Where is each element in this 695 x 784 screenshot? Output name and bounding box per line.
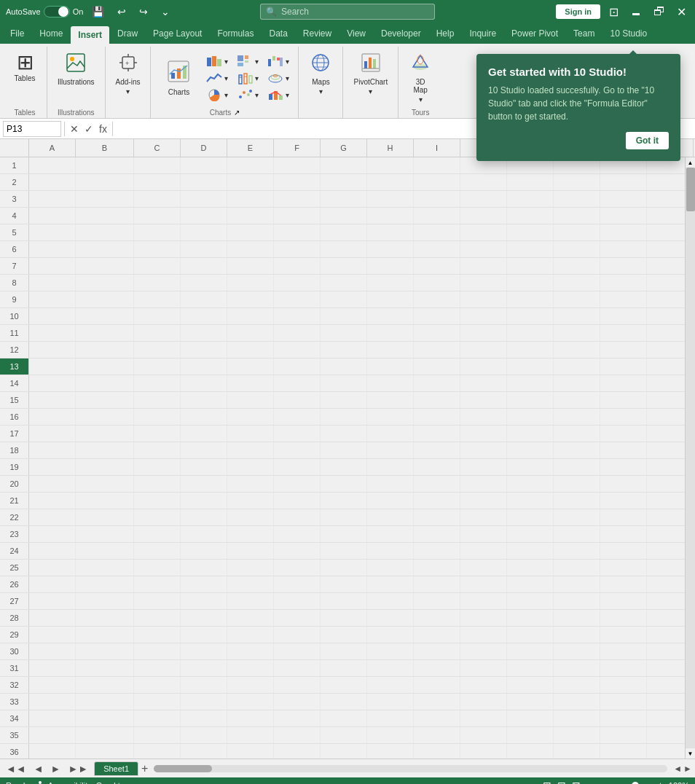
cell-M34[interactable]: [600, 710, 647, 726]
col-header-I[interactable]: I: [414, 139, 460, 157]
cell-D30[interactable]: [181, 643, 227, 659]
row-number-12[interactable]: 12: [0, 342, 29, 358]
cell-L24[interactable]: [554, 543, 600, 559]
row-number-30[interactable]: 30: [0, 643, 29, 659]
cell-A35[interactable]: [29, 727, 76, 743]
cell-A7[interactable]: [29, 258, 76, 274]
cell-E8[interactable]: [227, 275, 274, 291]
row-number-24[interactable]: 24: [0, 543, 29, 559]
insert-function-button[interactable]: fx: [97, 123, 109, 135]
cell-E20[interactable]: [227, 476, 274, 492]
cell-N32[interactable]: [647, 677, 685, 693]
cell-C4[interactable]: [134, 208, 181, 224]
cell-M11[interactable]: [600, 325, 647, 341]
cell-E21[interactable]: [227, 493, 274, 509]
cell-H5[interactable]: [367, 224, 414, 240]
cell-F31[interactable]: [274, 660, 321, 676]
cell-L7[interactable]: [554, 258, 600, 274]
row-number-35[interactable]: 35: [0, 727, 29, 743]
cell-M15[interactable]: [600, 392, 647, 408]
cell-F33[interactable]: [274, 694, 321, 710]
cell-D5[interactable]: [181, 224, 227, 240]
cell-F1[interactable]: [274, 157, 321, 173]
cell-I31[interactable]: [414, 660, 460, 676]
cell-C11[interactable]: [134, 325, 181, 341]
cell-F4[interactable]: [274, 208, 321, 224]
cell-B32[interactable]: [76, 677, 134, 693]
cell-E31[interactable]: [227, 660, 274, 676]
cell-A9[interactable]: [29, 291, 76, 307]
row-number-22[interactable]: 22: [0, 509, 29, 525]
cell-J19[interactable]: [460, 459, 507, 475]
cell-C33[interactable]: [134, 694, 181, 710]
cell-I20[interactable]: [414, 476, 460, 492]
cell-L28[interactable]: [554, 610, 600, 626]
cell-I13[interactable]: [414, 358, 460, 375]
cell-H11[interactable]: [367, 325, 414, 341]
cell-N16[interactable]: [647, 409, 685, 425]
row-number-27[interactable]: 27: [0, 593, 29, 609]
combo-chart-button[interactable]: ▾: [264, 87, 292, 103]
cell-L6[interactable]: [554, 241, 600, 257]
undo-button[interactable]: ↩: [113, 4, 130, 19]
row-number-2[interactable]: 2: [0, 174, 29, 190]
h-scroll-thumb[interactable]: [154, 765, 212, 772]
cell-B24[interactable]: [76, 543, 134, 559]
row-number-28[interactable]: 28: [0, 610, 29, 626]
cell-C14[interactable]: [134, 375, 181, 391]
tab-power-pivot[interactable]: Power Pivot: [504, 25, 565, 44]
cell-C8[interactable]: [134, 275, 181, 291]
cell-D27[interactable]: [181, 593, 227, 609]
cell-J29[interactable]: [460, 627, 507, 643]
add-sheet-button[interactable]: +: [138, 762, 151, 775]
cell-B22[interactable]: [76, 509, 134, 525]
cell-I12[interactable]: [414, 342, 460, 358]
cell-E6[interactable]: [227, 241, 274, 257]
cell-N18[interactable]: [647, 442, 685, 458]
cell-A8[interactable]: [29, 275, 76, 291]
cell-B17[interactable]: [76, 426, 134, 442]
cell-D25[interactable]: [181, 560, 227, 576]
cell-A31[interactable]: [29, 660, 76, 676]
cell-L36[interactable]: [554, 744, 600, 758]
cell-I32[interactable]: [414, 677, 460, 693]
cell-N12[interactable]: [647, 342, 685, 358]
cell-F2[interactable]: [274, 174, 321, 190]
cell-A12[interactable]: [29, 342, 76, 358]
cell-J16[interactable]: [460, 409, 507, 425]
row-number-11[interactable]: 11: [0, 325, 29, 341]
cell-I24[interactable]: [414, 543, 460, 559]
cell-J36[interactable]: [460, 744, 507, 758]
cell-N9[interactable]: [647, 291, 685, 307]
cell-M25[interactable]: [600, 560, 647, 576]
cell-C15[interactable]: [134, 392, 181, 408]
cell-E9[interactable]: [227, 291, 274, 307]
cell-I25[interactable]: [414, 560, 460, 576]
cell-E27[interactable]: [227, 593, 274, 609]
cell-C7[interactable]: [134, 258, 181, 274]
cell-E3[interactable]: [227, 191, 274, 207]
cell-F18[interactable]: [274, 442, 321, 458]
cell-N23[interactable]: [647, 526, 685, 542]
cell-M21[interactable]: [600, 493, 647, 509]
cell-G6[interactable]: [321, 241, 367, 257]
cell-H22[interactable]: [367, 509, 414, 525]
cell-K10[interactable]: [507, 308, 554, 324]
cell-I35[interactable]: [414, 727, 460, 743]
cell-G14[interactable]: [321, 375, 367, 391]
row-number-18[interactable]: 18: [0, 442, 29, 458]
cell-I7[interactable]: [414, 258, 460, 274]
cell-L10[interactable]: [554, 308, 600, 324]
cell-K28[interactable]: [507, 610, 554, 626]
cell-B15[interactable]: [76, 392, 134, 408]
col-header-E[interactable]: E: [227, 139, 274, 157]
tab-insert[interactable]: Insert: [71, 26, 109, 44]
col-header-D[interactable]: D: [181, 139, 227, 157]
cell-H13[interactable]: [367, 358, 414, 375]
cell-L3[interactable]: [554, 191, 600, 207]
cell-J2[interactable]: [460, 174, 507, 190]
cell-K33[interactable]: [507, 694, 554, 710]
cell-L26[interactable]: [554, 576, 600, 592]
cell-M35[interactable]: [600, 727, 647, 743]
cell-H32[interactable]: [367, 677, 414, 693]
